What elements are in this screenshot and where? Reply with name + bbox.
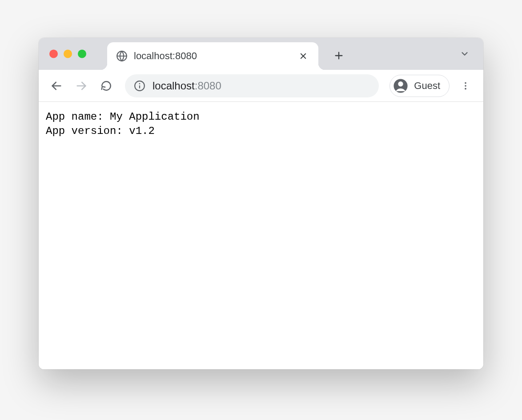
- site-info-icon[interactable]: [134, 80, 145, 92]
- window-minimize-button[interactable]: [64, 50, 72, 58]
- url-port: :8080: [195, 80, 221, 92]
- page-content: App name: My Application App version: v1…: [39, 102, 483, 369]
- svg-point-9: [139, 83, 141, 84]
- svg-point-13: [465, 85, 466, 87]
- app-version-line: App version: v1.2: [46, 125, 155, 137]
- avatar-icon: [393, 78, 409, 94]
- address-bar[interactable]: localhost:8080: [125, 74, 379, 97]
- url-host: localhost: [153, 80, 195, 92]
- browser-window: localhost:8080: [39, 38, 483, 369]
- svg-point-11: [398, 81, 403, 86]
- tab-strip: localhost:8080: [39, 38, 483, 70]
- window-maximize-button[interactable]: [78, 50, 86, 58]
- profile-label: Guest: [414, 80, 440, 92]
- profile-chip[interactable]: Guest: [389, 75, 450, 97]
- app-name-line: App name: My Application: [46, 111, 200, 123]
- page-body-text: App name: My Application App version: v1…: [46, 110, 476, 139]
- new-tab-button[interactable]: [329, 46, 349, 65]
- forward-button[interactable]: [71, 75, 92, 97]
- tab-close-button[interactable]: [297, 50, 309, 62]
- svg-point-12: [465, 82, 466, 84]
- window-close-button[interactable]: [49, 50, 58, 58]
- reload-button[interactable]: [96, 75, 117, 97]
- url-text: localhost:8080: [153, 80, 221, 92]
- tabs-dropdown-button[interactable]: [457, 46, 473, 62]
- browser-tab[interactable]: localhost:8080: [107, 42, 318, 70]
- svg-point-14: [465, 88, 466, 89]
- tab-title: localhost:8080: [134, 50, 292, 62]
- globe-icon: [116, 50, 128, 62]
- menu-button[interactable]: [455, 75, 476, 97]
- back-button[interactable]: [46, 75, 67, 97]
- window-controls: [49, 50, 86, 58]
- toolbar: localhost:8080 Guest: [39, 70, 483, 102]
